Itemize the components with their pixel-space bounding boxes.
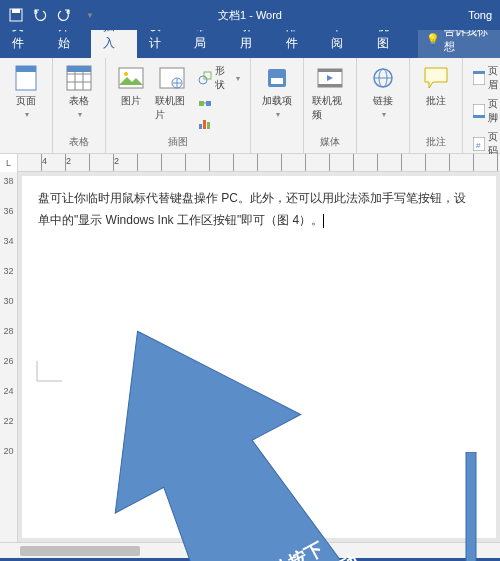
qat-dropdown-icon[interactable]: ▼ <box>82 7 98 23</box>
group-header-footer: 页眉▾ 页脚▾ #页码▾ 页眉和页脚 <box>463 58 500 153</box>
store-icon <box>263 64 291 92</box>
video-icon <box>316 64 344 92</box>
save-icon[interactable] <box>8 7 24 23</box>
horizontal-ruler[interactable]: L 4 2 2 <box>0 154 500 172</box>
footer-icon <box>473 104 485 118</box>
tab-selector[interactable]: L <box>0 154 18 172</box>
header-button[interactable]: 页眉▾ <box>469 62 500 94</box>
pagenum-icon: # <box>473 137 485 151</box>
menubar: 文件 开始 插入 设计 布局 引用 邮件 审阅 视图 💡 告诉我你想 <box>0 30 500 58</box>
comment-icon <box>422 64 450 92</box>
svg-rect-1 <box>12 9 20 13</box>
page-corner-mark <box>32 356 72 386</box>
horizontal-scrollbar[interactable] <box>0 542 500 558</box>
group-label-media: 媒体 <box>310 133 350 149</box>
shapes-icon <box>198 71 212 85</box>
svg-rect-32 <box>473 115 485 118</box>
svg-text:#: # <box>476 141 481 150</box>
group-links: 链接▾ <box>357 58 410 153</box>
table-button[interactable]: 表格▾ <box>59 62 99 133</box>
link-icon <box>369 64 397 92</box>
comment-button[interactable]: 批注 <box>416 62 456 133</box>
document-area[interactable]: 盘可让你临时用鼠标代替键盘操作 PC。此外，还可以用此法添加手写笔按钮，设 单中… <box>22 176 496 538</box>
lightbulb-icon: 💡 <box>426 33 440 46</box>
ribbon: 页面▾ 表格▾ 表格 图片 联机图片 形状▾ <box>0 58 500 154</box>
picture-icon <box>117 64 145 92</box>
addins-button[interactable]: 加载项▾ <box>257 62 297 147</box>
smartart-button[interactable] <box>194 95 244 113</box>
shapes-button[interactable]: 形状▾ <box>194 62 244 94</box>
group-media: 联机视频 媒体 <box>304 58 357 153</box>
svg-rect-24 <box>318 69 342 72</box>
svg-point-11 <box>124 72 128 76</box>
online-video-button[interactable]: 联机视频 <box>310 62 350 133</box>
group-tables: 表格▾ 表格 <box>53 58 106 153</box>
vertical-ruler[interactable]: 38 36 34 32 30 28 26 24 22 20 <box>0 172 18 542</box>
text-cursor <box>323 214 324 228</box>
down-arrow-shape <box>456 452 486 561</box>
svg-rect-9 <box>67 66 91 72</box>
quick-access-toolbar: ▼ <box>0 7 98 23</box>
ruler-ticks: 4 2 2 <box>18 154 500 171</box>
header-icon <box>473 71 485 85</box>
table-icon <box>65 64 93 92</box>
group-label-illustrations: 插图 <box>112 133 244 149</box>
chart-icon <box>198 116 212 130</box>
document-text[interactable]: 盘可让你临时用鼠标代替键盘操作 PC。此外，还可以用此法添加手写笔按钮，设 单中… <box>38 188 480 231</box>
group-pages: 页面▾ <box>0 58 53 153</box>
group-addins: 加载项▾ <box>251 58 304 153</box>
svg-rect-16 <box>199 101 204 106</box>
undo-icon[interactable] <box>32 7 48 23</box>
online-pictures-button[interactable]: 联机图片 <box>153 62 190 133</box>
scroll-thumb[interactable] <box>20 546 140 556</box>
svg-rect-17 <box>206 101 211 106</box>
svg-rect-30 <box>473 71 485 74</box>
group-comments: 批注 批注 <box>410 58 463 153</box>
titlebar: ▼ 文档1 - Word Tong <box>0 0 500 30</box>
links-button[interactable]: 链接▾ <box>363 62 403 147</box>
svg-rect-3 <box>16 66 36 72</box>
svg-point-14 <box>199 76 207 84</box>
redo-icon[interactable] <box>56 7 72 23</box>
chart-button[interactable] <box>194 114 244 132</box>
document-title: 文档1 - Word <box>218 8 282 23</box>
workspace: 38 36 34 32 30 28 26 24 22 20 盘可让你临时用鼠标代… <box>0 172 500 542</box>
pictures-button[interactable]: 图片 <box>112 62 149 133</box>
smartart-icon <box>198 97 212 111</box>
group-label-tables <box>6 147 46 149</box>
page-icon <box>12 64 40 92</box>
group-label-tables: 表格 <box>59 133 99 149</box>
svg-rect-15 <box>204 72 211 79</box>
svg-rect-25 <box>318 84 342 87</box>
svg-rect-22 <box>271 78 283 84</box>
svg-rect-18 <box>199 124 202 129</box>
user-name: Tong <box>468 9 500 21</box>
group-label-comments: 批注 <box>416 133 456 149</box>
group-illustrations: 图片 联机图片 形状▾ 插图 <box>106 58 251 153</box>
footer-button[interactable]: 页脚▾ <box>469 95 500 127</box>
svg-rect-19 <box>203 120 206 129</box>
pages-button[interactable]: 页面▾ <box>6 62 46 147</box>
online-picture-icon <box>158 64 186 92</box>
svg-rect-20 <box>207 122 210 129</box>
